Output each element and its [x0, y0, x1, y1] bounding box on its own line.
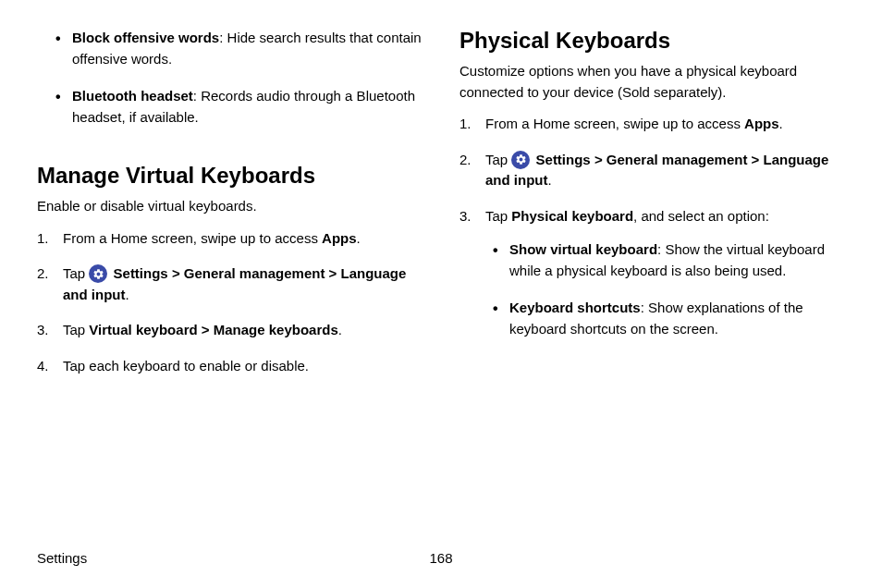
- step-bold: Manage keyboards: [214, 322, 338, 337]
- step-text: Tap: [485, 208, 511, 224]
- bullet-item: Keyboard shortcuts: Show explanations of…: [493, 298, 845, 339]
- bullet-item: Show virtual keyboard: Show the virtual …: [493, 239, 845, 281]
- step-text: >: [168, 265, 184, 281]
- step-text: Tap: [63, 265, 89, 281]
- step-bold: Virtual keyboard: [89, 322, 197, 337]
- step-item: Tap each keyboard to enable or disable.: [37, 356, 423, 377]
- step-text: .: [338, 322, 342, 337]
- settings-icon: [89, 264, 107, 283]
- step-text: >: [198, 322, 214, 337]
- step-text: >: [591, 152, 606, 167]
- step-bold: Apps: [322, 230, 357, 246]
- left-column: Block offensive words: Hide search resul…: [37, 28, 423, 391]
- footer-section: Settings: [37, 550, 87, 566]
- bullet-term: Keyboard shortcuts: [509, 300, 641, 315]
- step-bold: General management: [606, 152, 748, 167]
- step-text: , and select an option:: [633, 208, 769, 224]
- step-item: From a Home screen, swipe up to access A…: [37, 228, 423, 250]
- step-bold: General management: [184, 265, 325, 281]
- page-number: 168: [429, 550, 452, 566]
- step-text: Tap: [485, 152, 511, 167]
- right-steps: From a Home screen, swipe up to access A…: [459, 114, 845, 339]
- left-steps: From a Home screen, swipe up to access A…: [37, 228, 423, 377]
- page-footer: Settings 168: [37, 550, 845, 566]
- step-bold: Physical keyboard: [511, 208, 633, 224]
- step-item: Tap Settings > General management > Lang…: [459, 150, 845, 191]
- right-column: Physical Keyboards Customize options whe…: [459, 28, 845, 391]
- step-bold: Apps: [744, 116, 779, 131]
- section-heading: Manage Virtual Keyboards: [37, 163, 423, 189]
- left-bullets: Block offensive words: Hide search resul…: [37, 28, 423, 128]
- step-text: Tap each keyboard to enable or disable.: [63, 358, 309, 374]
- step-text: .: [126, 287, 129, 302]
- step-text: From a Home screen, swipe up to access: [63, 230, 322, 246]
- step-bold: Settings: [536, 152, 591, 167]
- step-text: From a Home screen, swipe up to access: [485, 116, 744, 131]
- section-heading: Physical Keyboards: [459, 28, 845, 54]
- step-item: Tap Physical keyboard, and select an opt…: [459, 206, 845, 340]
- step-item: Tap Settings > General management > Lang…: [37, 263, 423, 305]
- content-columns: Block offensive words: Hide search resul…: [37, 28, 845, 391]
- sub-bullets: Show virtual keyboard: Show the virtual …: [485, 239, 845, 339]
- section-intro: Enable or disable virtual keyboards.: [37, 196, 423, 217]
- bullet-item: Block offensive words: Hide search resul…: [55, 28, 423, 69]
- step-bold: Settings: [114, 265, 168, 281]
- step-item: Tap Virtual keyboard > Manage keyboards.: [37, 320, 423, 341]
- bullet-term: Bluetooth headset: [72, 88, 193, 104]
- step-text: .: [548, 172, 552, 188]
- step-text: .: [779, 116, 783, 131]
- section-intro: Customize options when you have a physic…: [459, 61, 845, 103]
- step-text: .: [357, 230, 361, 246]
- bullet-item: Bluetooth headset: Records audio through…: [55, 86, 423, 128]
- step-item: From a Home screen, swipe up to access A…: [459, 114, 845, 135]
- step-text: >: [325, 265, 340, 281]
- bullet-term: Show virtual keyboard: [509, 241, 657, 257]
- bullet-term: Block offensive words: [72, 30, 219, 45]
- settings-icon: [511, 151, 530, 169]
- step-text: Tap: [63, 322, 89, 337]
- step-text: >: [747, 152, 763, 167]
